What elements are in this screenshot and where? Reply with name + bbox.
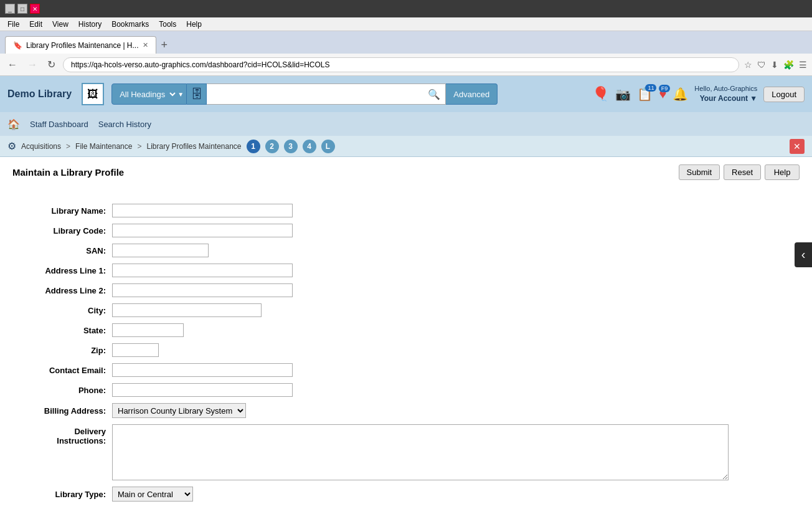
chevron-down-icon: ▼ — [177, 91, 184, 98]
breadcrumb-sep-2: > — [137, 142, 141, 151]
action-buttons: Submit Reset Help — [679, 164, 800, 180]
app-logo: Demo Library — [7, 88, 72, 100]
close-window-button[interactable]: ✕ — [30, 4, 40, 14]
delivery-instructions-textarea[interactable] — [112, 424, 729, 480]
library-type-select[interactable]: Main or Central Branch Mobile Special — [112, 487, 193, 502]
breadcrumb-library-profiles[interactable]: Library Profiles Maintenance — [146, 142, 241, 151]
browser-titlebar: _ □ ✕ — [0, 0, 812, 17]
nav-bar: 🏠 Staff Dashboard Search History — [0, 112, 812, 136]
new-tab-button[interactable]: + — [158, 36, 172, 54]
menu-view[interactable]: View — [47, 19, 73, 30]
library-code-label: Library Code: — [25, 226, 112, 235]
city-input[interactable] — [112, 303, 262, 317]
email-input[interactable] — [112, 363, 293, 377]
heart-icon-button[interactable]: ♥ F9 — [659, 87, 666, 102]
tab-label: Library Profiles Maintenance | H... — [26, 41, 139, 50]
page-header: Maintain a Library Profile Submit Reset … — [12, 164, 800, 185]
menu-icon[interactable]: ☰ — [799, 60, 807, 70]
help-button[interactable]: Help — [765, 164, 800, 180]
billing-address-select[interactable]: Harrison County Library System — [112, 403, 246, 418]
menu-bookmarks[interactable]: Bookmarks — [106, 19, 154, 30]
breadcrumb-close-button[interactable]: ✕ — [790, 139, 805, 154]
delivery-row: DeliveryInstructions: — [25, 424, 787, 480]
your-account-button[interactable]: Your Account ▼ — [694, 93, 757, 104]
menu-tools[interactable]: Tools — [154, 19, 181, 30]
address1-label: Address Line 1: — [25, 266, 112, 275]
breadcrumb-acquisitions[interactable]: Acquisitions — [21, 142, 61, 151]
bookmark-icon[interactable]: ☆ — [744, 60, 752, 70]
window-controls[interactable]: _ □ ✕ — [5, 4, 40, 14]
active-tab[interactable]: 🔖 Library Profiles Maintenance | H... ✕ — [5, 36, 156, 54]
logout-button[interactable]: Logout — [763, 87, 805, 102]
breadcrumb-home-icon[interactable]: ⚙ — [7, 140, 16, 152]
address1-row: Address Line 1: — [25, 264, 787, 277]
home-icon[interactable]: 🏠 — [7, 118, 20, 130]
library-name-input[interactable] — [112, 204, 293, 217]
header-icons: 🎈 📷 📋 11 ♥ F9 🔔 Hello, Auto-Graphics You… — [592, 84, 805, 104]
reload-button[interactable]: ↻ — [45, 57, 58, 72]
library-type-label: Library Type: — [25, 490, 112, 499]
menu-help[interactable]: Help — [181, 19, 207, 30]
app-header: Demo Library 🖼 All Headings ▼ 🗄 🔍 Advanc… — [0, 76, 812, 112]
san-input[interactable] — [112, 244, 209, 257]
phone-label: Phone: — [25, 386, 112, 395]
address1-input[interactable] — [112, 264, 293, 277]
breadcrumb-file-maintenance[interactable]: File Maintenance — [75, 142, 132, 151]
heart-badge: F9 — [659, 85, 671, 92]
state-input[interactable] — [112, 323, 184, 337]
search-input[interactable] — [207, 84, 423, 104]
advanced-search-button[interactable]: Advanced — [446, 83, 498, 105]
state-row: State: — [25, 323, 787, 337]
tab-close-icon[interactable]: ✕ — [143, 41, 148, 49]
library-type-row: Library Type: Main or Central Branch Mob… — [25, 487, 787, 502]
reset-button[interactable]: Reset — [724, 164, 761, 180]
balloon-icon-button[interactable]: 🎈 — [592, 86, 609, 102]
menu-history[interactable]: History — [73, 19, 106, 30]
billing-row: Billing Address: Harrison County Library… — [25, 403, 787, 418]
library-code-input[interactable] — [112, 224, 293, 237]
menu-edit[interactable]: Edit — [24, 19, 47, 30]
shield-icon: 🛡 — [757, 60, 766, 70]
camera-icon-button[interactable]: 📷 — [615, 87, 631, 102]
search-input-wrap: 🔍 — [207, 83, 446, 105]
extension-icon[interactable]: 🧩 — [783, 60, 794, 70]
page-title: Maintain a Library Profile — [12, 167, 124, 178]
minimize-button[interactable]: _ — [5, 4, 15, 14]
step-2-badge[interactable]: 2 — [265, 140, 279, 153]
bell-icon-button[interactable]: 🔔 — [673, 87, 688, 102]
submit-button[interactable]: Submit — [679, 164, 720, 180]
address-bar: ← → ↻ ☆ 🛡 ⬇ 🧩 ☰ — [0, 54, 812, 76]
step-4-badge[interactable]: 4 — [303, 140, 316, 153]
database-icon[interactable]: 🗄 — [187, 83, 207, 105]
menu-file[interactable]: File — [2, 19, 24, 30]
address-icons: ☆ 🛡 ⬇ 🧩 ☰ — [744, 60, 807, 70]
menu-bar: File Edit View History Bookmarks Tools H… — [0, 17, 812, 31]
address2-input[interactable] — [112, 283, 293, 297]
forward-button[interactable]: → — [25, 58, 40, 72]
maximize-button[interactable]: □ — [17, 4, 27, 14]
search-history-link[interactable]: Search History — [98, 120, 151, 129]
step-3-badge[interactable]: 3 — [284, 140, 298, 153]
step-1-badge[interactable]: 1 — [247, 140, 260, 153]
side-back-arrow[interactable]: ‹ — [795, 242, 812, 267]
zip-input[interactable] — [112, 343, 159, 357]
city-label: City: — [25, 306, 112, 315]
zip-row: Zip: — [25, 343, 787, 357]
email-label: Contact Email: — [25, 366, 112, 375]
heading-select[interactable]: All Headings — [115, 89, 177, 100]
balloon-icon: 🎈 — [592, 86, 609, 102]
city-row: City: — [25, 303, 787, 317]
search-go-button[interactable]: 🔍 — [423, 88, 445, 100]
step-l-badge[interactable]: L — [321, 140, 335, 153]
tab-bar: 🔖 Library Profiles Maintenance | H... ✕ … — [0, 31, 812, 54]
back-button[interactable]: ← — [5, 58, 20, 72]
list-icon-button[interactable]: 📋 11 — [637, 87, 653, 102]
heading-select-wrap: All Headings ▼ — [111, 83, 187, 105]
breadcrumb-bar: ⚙ Acquisitions > File Maintenance > Libr… — [0, 136, 812, 157]
address2-label: Address Line 2: — [25, 286, 112, 295]
staff-dashboard-link[interactable]: Staff Dashboard — [30, 120, 88, 129]
address-input[interactable] — [63, 57, 739, 72]
phone-input[interactable] — [112, 383, 293, 397]
download-icon[interactable]: ⬇ — [771, 60, 778, 70]
state-label: State: — [25, 326, 112, 335]
